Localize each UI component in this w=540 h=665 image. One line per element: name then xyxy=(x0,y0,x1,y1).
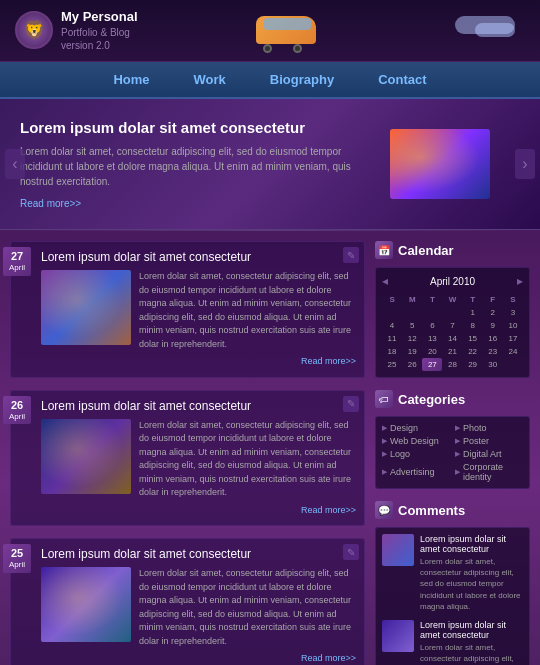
comments-widget: 💬 Comments Lorem ipsum dolar sit amet co… xyxy=(375,501,530,665)
cal-day-25[interactable]: 25 xyxy=(382,358,402,371)
cat-item-logo[interactable]: Logo xyxy=(382,449,450,459)
cal-day-14[interactable]: 14 xyxy=(442,332,462,345)
hero-body: Lorem dolar sit amet, consectetur adipis… xyxy=(20,144,375,189)
comments-widget-title: 💬 Comments xyxy=(375,501,530,519)
cal-day-24[interactable]: 24 xyxy=(503,345,523,358)
cal-day-11[interactable]: 11 xyxy=(382,332,402,345)
post-3-icon: ✎ xyxy=(343,544,359,560)
cat-item-poster[interactable]: Poster xyxy=(455,436,523,446)
cal-day-12[interactable]: 12 xyxy=(402,332,422,345)
cal-day-20[interactable]: 20 xyxy=(422,345,442,358)
post-1-inner: Lorem dolar sit amet, consectetur adipis… xyxy=(41,270,356,369)
post-3-thumbnail xyxy=(41,567,131,642)
calendar-widget-title: 📅 Calendar xyxy=(375,241,530,259)
cal-day-m: M xyxy=(402,293,422,306)
hero-prev-button[interactable]: ‹ xyxy=(5,149,25,179)
cat-item-digital-art[interactable]: Digital Art xyxy=(455,449,523,459)
post-3-title: Lorem ipsum dolar sit amet consectetur xyxy=(41,547,356,561)
cal-day-8[interactable]: 8 xyxy=(463,319,483,332)
cal-day-w: W xyxy=(442,293,462,306)
cat-item-corporate-identity[interactable]: Corporate identity xyxy=(455,462,523,482)
cal-day-2[interactable]: 2 xyxy=(483,306,503,319)
comment-2-text: Lorem ipsum dolar sit amet consectetur L… xyxy=(420,620,523,665)
nav-work[interactable]: Work xyxy=(172,62,248,97)
cal-day-28[interactable]: 28 xyxy=(442,358,462,371)
cal-day-5[interactable]: 5 xyxy=(402,319,422,332)
cal-day-6[interactable]: 6 xyxy=(422,319,442,332)
hero-read-more[interactable]: Read more>> xyxy=(20,198,81,209)
cat-item-advertising[interactable]: Advertising xyxy=(382,462,450,482)
cal-day- xyxy=(402,306,422,319)
post-1: 27 April ✎ Lorem ipsum dolar sit amet co… xyxy=(10,241,365,378)
nav-home[interactable]: Home xyxy=(91,62,171,97)
cal-day-13[interactable]: 13 xyxy=(422,332,442,345)
cat-item-web-design[interactable]: Web Design xyxy=(382,436,450,446)
blog-posts: 27 April ✎ Lorem ipsum dolar sit amet co… xyxy=(10,241,365,665)
cat-item-photo[interactable]: Photo xyxy=(455,423,523,433)
logo-subtitle: Portfolio & Blog xyxy=(61,26,138,39)
cal-day-10[interactable]: 10 xyxy=(503,319,523,332)
cal-prev[interactable]: ◂ xyxy=(382,274,388,288)
comment-2-avatar xyxy=(382,620,414,652)
cal-day-21[interactable]: 21 xyxy=(442,345,462,358)
post-3-content: Lorem ipsum dolar sit amet consectetur L… xyxy=(41,547,356,665)
cal-day-18[interactable]: 18 xyxy=(382,345,402,358)
comment-1-text: Lorem ipsum dolar sit amet consectetur L… xyxy=(420,534,523,612)
main-nav: Home Work Biography Contact xyxy=(0,62,540,99)
nav-contact[interactable]: Contact xyxy=(356,62,448,97)
cal-day-29[interactable]: 29 xyxy=(463,358,483,371)
calendar-header: ◂ April 2010 ▸ xyxy=(382,274,523,288)
cal-day-30[interactable]: 30 xyxy=(483,358,503,371)
cal-month-year: April 2010 xyxy=(430,276,475,287)
cal-day-16[interactable]: 16 xyxy=(483,332,503,345)
comment-1-body: Lorem dolar sit amet, consectetur adipis… xyxy=(420,556,523,612)
cal-day- xyxy=(422,306,442,319)
comment-1-avatar xyxy=(382,534,414,566)
post-2-date: 26 April xyxy=(3,396,31,425)
post-1-thumbnail xyxy=(41,270,131,345)
comment-1: Lorem ipsum dolar sit amet consectetur L… xyxy=(382,534,523,612)
cal-day-s1: S xyxy=(382,293,402,306)
cal-day-27[interactable]: 27 xyxy=(422,358,442,371)
cal-day- xyxy=(442,306,462,319)
lion-icon: 🦁 xyxy=(23,19,45,41)
hero-title: Lorem ipsum dolar sit amet consectetur xyxy=(20,119,375,136)
sidebar: 📅 Calendar ◂ April 2010 ▸ S M T W xyxy=(375,241,530,665)
cal-day-9[interactable]: 9 xyxy=(483,319,503,332)
post-2-thumbnail xyxy=(41,419,131,494)
nav-biography[interactable]: Biography xyxy=(248,62,356,97)
bus-wheel-left xyxy=(263,44,272,53)
comment-2: Lorem ipsum dolar sit amet consectetur L… xyxy=(382,620,523,665)
post-2-title: Lorem ipsum dolar sit amet consectetur xyxy=(41,399,356,413)
logo-icon: 🦁 xyxy=(15,11,53,49)
cal-day- xyxy=(382,306,402,319)
cal-day-17[interactable]: 17 xyxy=(503,332,523,345)
post-2-content: Lorem ipsum dolar sit amet consectetur L… xyxy=(41,399,356,518)
post-1-content: Lorem ipsum dolar sit amet consectetur L… xyxy=(41,250,356,369)
cal-day-23[interactable]: 23 xyxy=(483,345,503,358)
cal-day-15[interactable]: 15 xyxy=(463,332,483,345)
cal-day-4[interactable]: 4 xyxy=(382,319,402,332)
logo: 🦁 My Personal Portfolio & Blog version 2… xyxy=(15,9,138,52)
post-2-icon: ✎ xyxy=(343,396,359,412)
cal-day-19[interactable]: 19 xyxy=(402,345,422,358)
cal-day-22[interactable]: 22 xyxy=(463,345,483,358)
cal-day-s2: S xyxy=(503,293,523,306)
post-1-read-more[interactable]: Read more>> xyxy=(139,355,356,369)
cal-day-7[interactable]: 7 xyxy=(442,319,462,332)
cal-day-3[interactable]: 3 xyxy=(503,306,523,319)
post-2-inner: Lorem dolar sit amet, consectetur adipis… xyxy=(41,419,356,518)
post-1-excerpt: Lorem dolar sit amet, consectetur adipis… xyxy=(139,270,356,369)
cat-item-design[interactable]: Design xyxy=(382,423,450,433)
post-3-read-more[interactable]: Read more>> xyxy=(139,652,356,665)
post-3: 25 April ✎ Lorem ipsum dolar sit amet co… xyxy=(10,538,365,665)
cloud-decoration xyxy=(445,11,525,51)
cal-day-26[interactable]: 26 xyxy=(402,358,422,371)
cal-day-1[interactable]: 1 xyxy=(463,306,483,319)
post-2-read-more[interactable]: Read more>> xyxy=(139,504,356,518)
hero-next-button[interactable]: › xyxy=(515,149,535,179)
cal-day-t1: T xyxy=(422,293,442,306)
calendar-icon: 📅 xyxy=(375,241,393,259)
cal-next[interactable]: ▸ xyxy=(517,274,523,288)
comments-icon: 💬 xyxy=(375,501,393,519)
